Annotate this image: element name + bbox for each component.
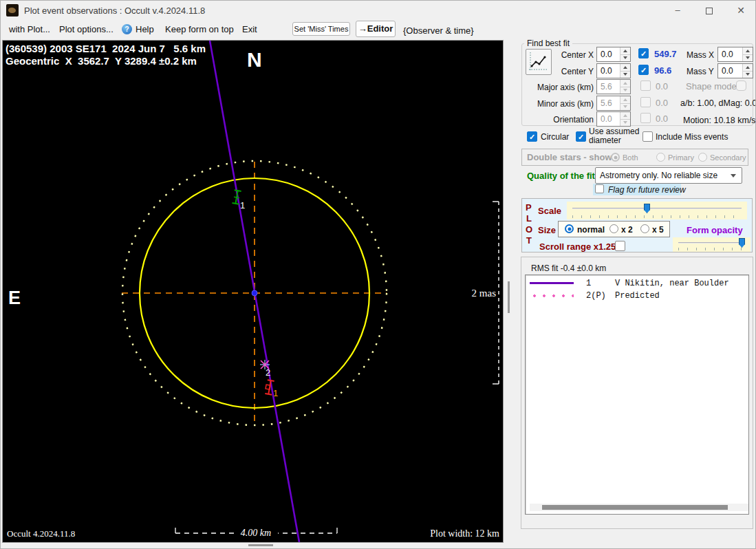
center-dot bbox=[252, 290, 257, 296]
size-x2-label: x 2 bbox=[621, 225, 633, 235]
title-bar: Plot event observations : Occult v.4.202… bbox=[1, 1, 756, 20]
east-label: E bbox=[8, 288, 21, 308]
scale-slider[interactable] bbox=[567, 202, 747, 219]
mass-x-up-icon[interactable] bbox=[743, 47, 753, 54]
center-y-down-icon[interactable] bbox=[620, 71, 630, 78]
ab-dmag-label: a/b: 1.00, dMag: 0.00 bbox=[680, 98, 756, 108]
quality-dropdown[interactable]: Astrometry only. No reliable size bbox=[595, 167, 742, 184]
observation-1-num: 1 bbox=[586, 279, 615, 288]
north-label: N bbox=[247, 48, 262, 71]
center-x-fit-value: 549.7 bbox=[654, 49, 677, 59]
plot-horizontal-scrollbar[interactable] bbox=[248, 544, 273, 546]
double-stars-primary-label: Primary bbox=[668, 153, 694, 162]
include-miss-checkbox[interactable] bbox=[642, 131, 653, 142]
app-icon bbox=[6, 4, 19, 17]
editor-button[interactable]: →Editor bbox=[356, 21, 396, 37]
orientation-spinner: 0.0 bbox=[596, 111, 631, 127]
quality-value: Astrometry only. No reliable size bbox=[600, 171, 717, 180]
form-opacity-slider-ticks bbox=[678, 248, 745, 250]
plot-letter-p: P bbox=[526, 202, 532, 213]
major-axis-spinner: 5.6 bbox=[596, 79, 631, 94]
fit-orientation-checkbox bbox=[640, 113, 651, 123]
list-horizontal-scrollbar[interactable] bbox=[530, 504, 749, 511]
help-icon[interactable]: ? bbox=[122, 24, 132, 34]
double-stars-primary-radio bbox=[656, 153, 665, 162]
include-miss-label: Include Miss events bbox=[656, 132, 728, 142]
plot-letter-o: O bbox=[526, 224, 532, 235]
motion-label: Motion: 10.18 km/s bbox=[683, 116, 756, 125]
mass-y-up-icon[interactable] bbox=[743, 64, 753, 71]
orientation-label: Orientation bbox=[530, 115, 594, 125]
plot-header-line1: (360539) 2003 SE171 2024 Jun 7 5.6 km bbox=[6, 43, 206, 54]
fit-minor-axis-checkbox bbox=[640, 97, 651, 107]
track-1-swatch bbox=[530, 282, 574, 284]
center-y-up-icon[interactable] bbox=[620, 64, 630, 71]
orientation-value: 0.0 bbox=[597, 112, 620, 126]
menu-keep-on-top[interactable]: Keep form on top bbox=[165, 24, 234, 34]
major-axis-fit-value: 0.0 bbox=[656, 81, 668, 92]
double-stars-secondary-radio bbox=[698, 153, 707, 162]
flag-review-checkbox[interactable] bbox=[595, 184, 604, 193]
size-x5-radio[interactable] bbox=[640, 224, 649, 233]
form-opacity-slider-thumb[interactable] bbox=[739, 238, 745, 248]
close-icon[interactable]: ✕ bbox=[725, 1, 756, 20]
form-opacity-slider[interactable] bbox=[673, 237, 750, 252]
plot-letter-t: T bbox=[526, 235, 532, 246]
mass-x-spinner[interactable]: 0.0 bbox=[717, 47, 753, 62]
center-y-fit-value: 96.6 bbox=[654, 65, 671, 76]
plot-canvas[interactable]: 1 2 1 2 mas bbox=[2, 40, 504, 543]
shape-model-label: Shape model bbox=[686, 81, 739, 92]
list-scrollbar-thumb[interactable] bbox=[542, 505, 728, 510]
minor-axis-spinner: 5.6 bbox=[596, 96, 631, 111]
center-y-label: Center Y bbox=[551, 67, 594, 76]
use-assumed-checkbox[interactable]: ✓ bbox=[576, 131, 586, 142]
center-x-value: 0.0 bbox=[597, 47, 620, 61]
find-best-fit-title: Find best fit bbox=[524, 39, 572, 48]
minor-axis-value: 5.6 bbox=[597, 96, 620, 110]
plot-letter-l: L bbox=[526, 213, 532, 224]
size-normal-radio[interactable] bbox=[565, 224, 574, 233]
size-normal-label: normal bbox=[577, 225, 605, 235]
size-x2-radio[interactable] bbox=[609, 224, 618, 233]
center-x-up-icon[interactable] bbox=[620, 47, 630, 54]
scale-slider-thumb[interactable] bbox=[644, 204, 650, 213]
mass-y-down-icon[interactable] bbox=[743, 71, 753, 78]
observation-1-name: V Nikitin, near Boulder bbox=[615, 279, 729, 288]
center-x-spinner[interactable]: 0.0 bbox=[596, 47, 631, 62]
observation-row-1[interactable]: 1 V Nikitin, near Boulder bbox=[526, 279, 748, 288]
major-axis-label: Major axis (km) bbox=[530, 83, 594, 92]
menu-with-plot[interactable]: with Plot... bbox=[9, 24, 50, 34]
set-miss-times-button[interactable]: Set 'Miss' Times bbox=[292, 22, 350, 36]
mass-y-value: 0.0 bbox=[718, 64, 742, 78]
observation-row-2[interactable]: 2(P) Predicted bbox=[526, 291, 748, 300]
mass-x-down-icon[interactable] bbox=[743, 54, 753, 62]
menu-exit[interactable]: Exit bbox=[242, 24, 257, 34]
center-x-down-icon[interactable] bbox=[620, 54, 630, 62]
fit-center-x-checkbox[interactable]: ✓ bbox=[638, 48, 649, 58]
center-y-spinner[interactable]: 0.0 bbox=[596, 63, 631, 78]
observations-list[interactable]: 1 V Nikitin, near Boulder 2(P) Predicted bbox=[525, 274, 749, 515]
track-2-swatch bbox=[530, 294, 574, 297]
plot-version-label: Occult 4.2024.11.8 bbox=[7, 528, 75, 539]
mass-x-label: Mass X bbox=[687, 50, 714, 60]
minor-axis-fit-value: 0.0 bbox=[656, 98, 668, 108]
mass-y-label: Mass Y bbox=[687, 67, 714, 76]
scale-bar-label: 4.00 km bbox=[241, 528, 271, 538]
plot-svg: 1 2 1 2 mas bbox=[3, 41, 503, 542]
minimize-icon[interactable]: – bbox=[662, 1, 693, 20]
menu-help[interactable]: Help bbox=[136, 24, 154, 34]
menu-plot-options[interactable]: Plot options... bbox=[59, 24, 114, 34]
double-stars-both-label: Both bbox=[623, 153, 638, 162]
scroll-range-checkbox[interactable] bbox=[615, 241, 625, 251]
rms-fit-label: RMS fit -0.4 ±0.0 km bbox=[531, 263, 606, 273]
run-best-fit-button[interactable] bbox=[526, 49, 552, 75]
form-opacity-slider-track bbox=[678, 242, 745, 244]
event-marker-1-label: 1 bbox=[240, 200, 245, 211]
mass-y-spinner[interactable]: 0.0 bbox=[717, 63, 753, 78]
circular-checkbox[interactable]: ✓ bbox=[527, 131, 537, 142]
scale-label: Scale bbox=[538, 206, 561, 216]
plot-vertical-scrollbar[interactable] bbox=[508, 281, 510, 313]
maximize-icon[interactable] bbox=[693, 1, 725, 20]
fit-center-y-checkbox[interactable]: ✓ bbox=[638, 65, 649, 75]
double-stars-both-radio bbox=[611, 153, 620, 162]
